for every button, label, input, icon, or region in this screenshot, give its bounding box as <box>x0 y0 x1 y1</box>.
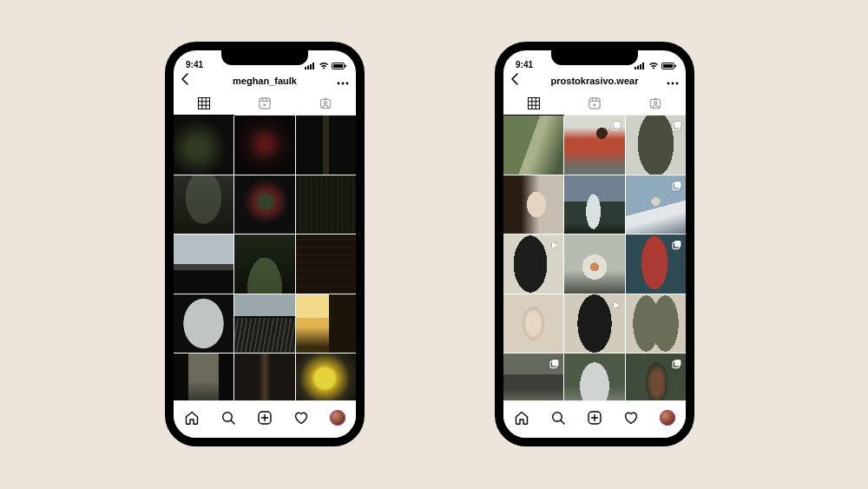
svg-line-60 <box>561 420 564 424</box>
cellular-icon <box>635 63 646 69</box>
more-options-button[interactable] <box>337 73 349 89</box>
status-indicators <box>305 63 347 69</box>
post-thumbnail[interactable] <box>503 294 563 354</box>
post-grid <box>503 116 686 413</box>
profile-header: meghan_faulk <box>174 69 356 92</box>
post-thumbnail[interactable] <box>174 235 233 294</box>
post-thumbnail[interactable] <box>503 175 563 235</box>
nav-activity[interactable] <box>289 406 313 430</box>
tab-reels[interactable] <box>234 92 295 115</box>
svg-point-8 <box>342 83 345 85</box>
nav-create[interactable] <box>582 406 607 430</box>
nav-search[interactable] <box>546 406 570 430</box>
avatar-icon <box>330 410 345 426</box>
post-thumbnail[interactable] <box>296 175 356 235</box>
heart-icon <box>623 410 639 426</box>
svg-rect-29 <box>642 63 644 69</box>
back-button[interactable] <box>510 73 523 89</box>
redhead-white-blouse-field <box>564 235 624 294</box>
profile-header: prostokrasivo.wear <box>503 69 686 92</box>
tab-tagged[interactable] <box>625 92 686 115</box>
avatar-icon <box>660 410 675 426</box>
post-thumbnail[interactable] <box>564 175 624 235</box>
svg-rect-47 <box>614 122 621 129</box>
post-thumbnail[interactable] <box>296 294 356 354</box>
iron-balcony-garden <box>296 175 356 235</box>
overcast-view-from-window <box>174 235 233 294</box>
svg-rect-41 <box>589 98 600 109</box>
post-thumbnail[interactable] <box>564 116 624 175</box>
device-notch <box>221 50 308 65</box>
post-thumbnail[interactable] <box>503 116 563 175</box>
profile-username: prostokrasivo.wear <box>503 76 686 86</box>
post-thumbnail[interactable] <box>626 116 686 175</box>
post-thumbnail[interactable] <box>174 116 233 175</box>
nav-create[interactable] <box>253 406 277 430</box>
phone-mockup-2: 9:41 prostokrasivo.wear <box>495 42 694 446</box>
svg-rect-36 <box>529 98 540 109</box>
post-thumbnail[interactable] <box>296 116 356 175</box>
profile-username: meghan_faulk <box>174 76 356 86</box>
wifi-icon <box>648 63 659 69</box>
svg-point-20 <box>324 102 326 104</box>
grid-icon <box>528 97 540 109</box>
svg-point-46 <box>654 102 656 104</box>
flower-bouquet-dark <box>234 175 294 235</box>
battery-icon <box>661 63 677 69</box>
svg-rect-53 <box>674 241 681 248</box>
nav-home[interactable] <box>180 406 204 430</box>
dancer-beige-dress-leaning <box>503 294 563 354</box>
post-thumbnail[interactable] <box>503 235 563 294</box>
svg-rect-15 <box>260 98 270 109</box>
profile-tab-row <box>174 92 356 116</box>
post-thumbnail[interactable] <box>296 235 356 294</box>
tab-grid[interactable] <box>174 92 234 115</box>
post-thumbnail[interactable] <box>234 116 294 175</box>
svg-point-7 <box>338 83 340 85</box>
home-icon <box>514 410 529 426</box>
carousel-indicator-icon <box>672 238 682 254</box>
dark-floral-still-life <box>174 116 233 175</box>
post-thumbnail[interactable] <box>626 235 686 294</box>
tab-tagged[interactable] <box>295 92 356 115</box>
bottom-nav <box>174 400 356 438</box>
post-thumbnail[interactable] <box>174 294 233 354</box>
back-button[interactable] <box>181 73 193 89</box>
post-thumbnail[interactable] <box>564 235 624 294</box>
post-thumbnail[interactable] <box>234 294 294 354</box>
golden-sunset-silhouette <box>296 294 356 354</box>
nav-activity[interactable] <box>619 406 643 430</box>
tab-grid[interactable] <box>503 92 564 115</box>
green-english-garden <box>234 235 294 294</box>
heart-icon <box>293 410 309 426</box>
carousel-indicator-icon <box>611 119 621 135</box>
status-time: 9:41 <box>516 60 533 69</box>
svg-rect-51 <box>674 182 681 188</box>
svg-rect-6 <box>345 65 347 68</box>
svg-rect-32 <box>675 65 677 68</box>
red-vase-baroque <box>234 116 294 175</box>
model-green-hillside <box>503 116 563 175</box>
post-thumbnail[interactable] <box>564 294 624 354</box>
svg-point-34 <box>672 83 674 85</box>
post-thumbnail[interactable] <box>626 175 686 235</box>
nav-profile[interactable] <box>655 406 680 430</box>
tab-reels[interactable] <box>564 92 625 115</box>
wifi-icon <box>319 63 329 69</box>
svg-rect-57 <box>674 360 681 367</box>
two-models-olive-dresses <box>626 294 686 354</box>
nav-profile[interactable] <box>326 406 350 430</box>
cellular-icon <box>305 63 316 69</box>
svg-rect-31 <box>663 64 673 68</box>
post-thumbnail[interactable] <box>174 175 233 235</box>
carousel-indicator-icon <box>549 357 560 373</box>
post-thumbnail[interactable] <box>234 175 294 235</box>
more-options-button[interactable] <box>667 73 679 89</box>
river-under-bridge <box>234 294 294 354</box>
post-thumbnail[interactable] <box>626 294 686 354</box>
status-time: 9:41 <box>186 60 203 69</box>
post-thumbnail[interactable] <box>234 235 294 294</box>
nav-home[interactable] <box>510 406 534 430</box>
nav-search[interactable] <box>216 406 240 430</box>
video-indicator-icon <box>612 298 621 314</box>
